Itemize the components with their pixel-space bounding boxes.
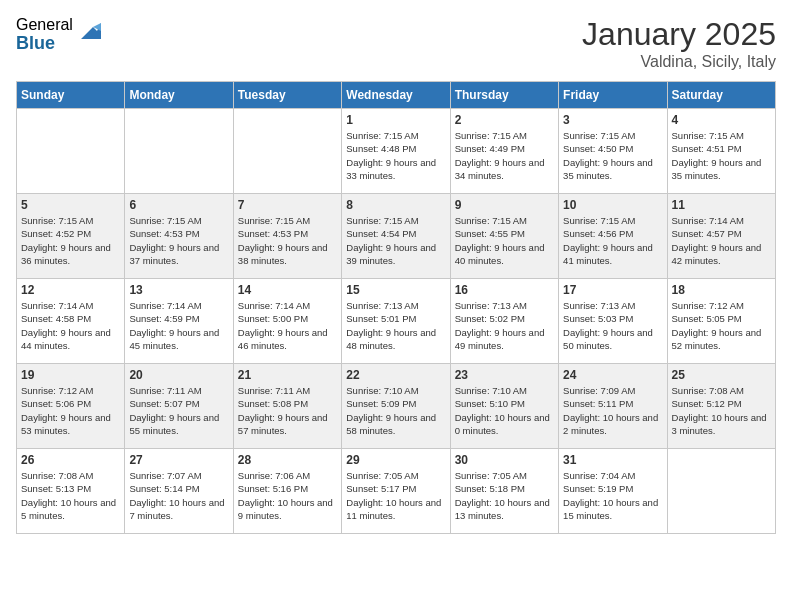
calendar-cell: 10Sunrise: 7:15 AMSunset: 4:56 PMDayligh… — [559, 194, 667, 279]
day-number: 20 — [129, 368, 228, 382]
day-number: 11 — [672, 198, 771, 212]
calendar-cell — [125, 109, 233, 194]
day-number: 10 — [563, 198, 662, 212]
cell-info: Sunrise: 7:10 AMSunset: 5:10 PMDaylight:… — [455, 384, 554, 437]
cell-info: Sunrise: 7:09 AMSunset: 5:11 PMDaylight:… — [563, 384, 662, 437]
title-block: January 2025 Valdina, Sicily, Italy — [582, 16, 776, 71]
calendar-cell: 4Sunrise: 7:15 AMSunset: 4:51 PMDaylight… — [667, 109, 775, 194]
calendar-week-0: 1Sunrise: 7:15 AMSunset: 4:48 PMDaylight… — [17, 109, 776, 194]
calendar-cell: 21Sunrise: 7:11 AMSunset: 5:08 PMDayligh… — [233, 364, 341, 449]
calendar-cell: 19Sunrise: 7:12 AMSunset: 5:06 PMDayligh… — [17, 364, 125, 449]
calendar-week-4: 26Sunrise: 7:08 AMSunset: 5:13 PMDayligh… — [17, 449, 776, 534]
cell-info: Sunrise: 7:08 AMSunset: 5:12 PMDaylight:… — [672, 384, 771, 437]
calendar-cell: 12Sunrise: 7:14 AMSunset: 4:58 PMDayligh… — [17, 279, 125, 364]
weekday-friday: Friday — [559, 82, 667, 109]
cell-info: Sunrise: 7:11 AMSunset: 5:08 PMDaylight:… — [238, 384, 337, 437]
calendar-cell: 14Sunrise: 7:14 AMSunset: 5:00 PMDayligh… — [233, 279, 341, 364]
cell-info: Sunrise: 7:06 AMSunset: 5:16 PMDaylight:… — [238, 469, 337, 522]
day-number: 8 — [346, 198, 445, 212]
calendar-cell: 16Sunrise: 7:13 AMSunset: 5:02 PMDayligh… — [450, 279, 558, 364]
calendar-week-3: 19Sunrise: 7:12 AMSunset: 5:06 PMDayligh… — [17, 364, 776, 449]
day-number: 25 — [672, 368, 771, 382]
calendar-cell: 26Sunrise: 7:08 AMSunset: 5:13 PMDayligh… — [17, 449, 125, 534]
cell-info: Sunrise: 7:14 AMSunset: 5:00 PMDaylight:… — [238, 299, 337, 352]
calendar-cell: 11Sunrise: 7:14 AMSunset: 4:57 PMDayligh… — [667, 194, 775, 279]
calendar-cell: 25Sunrise: 7:08 AMSunset: 5:12 PMDayligh… — [667, 364, 775, 449]
cell-info: Sunrise: 7:12 AMSunset: 5:06 PMDaylight:… — [21, 384, 120, 437]
day-number: 22 — [346, 368, 445, 382]
weekday-wednesday: Wednesday — [342, 82, 450, 109]
day-number: 3 — [563, 113, 662, 127]
calendar-week-1: 5Sunrise: 7:15 AMSunset: 4:52 PMDaylight… — [17, 194, 776, 279]
cell-info: Sunrise: 7:10 AMSunset: 5:09 PMDaylight:… — [346, 384, 445, 437]
day-number: 1 — [346, 113, 445, 127]
day-number: 24 — [563, 368, 662, 382]
calendar-cell: 18Sunrise: 7:12 AMSunset: 5:05 PMDayligh… — [667, 279, 775, 364]
cell-info: Sunrise: 7:15 AMSunset: 4:56 PMDaylight:… — [563, 214, 662, 267]
day-number: 27 — [129, 453, 228, 467]
cell-info: Sunrise: 7:05 AMSunset: 5:17 PMDaylight:… — [346, 469, 445, 522]
cell-info: Sunrise: 7:08 AMSunset: 5:13 PMDaylight:… — [21, 469, 120, 522]
cell-info: Sunrise: 7:12 AMSunset: 5:05 PMDaylight:… — [672, 299, 771, 352]
calendar-cell: 20Sunrise: 7:11 AMSunset: 5:07 PMDayligh… — [125, 364, 233, 449]
calendar-cell: 30Sunrise: 7:05 AMSunset: 5:18 PMDayligh… — [450, 449, 558, 534]
day-number: 30 — [455, 453, 554, 467]
location-title: Valdina, Sicily, Italy — [582, 53, 776, 71]
day-number: 23 — [455, 368, 554, 382]
calendar-body: 1Sunrise: 7:15 AMSunset: 4:48 PMDaylight… — [17, 109, 776, 534]
cell-info: Sunrise: 7:14 AMSunset: 4:59 PMDaylight:… — [129, 299, 228, 352]
weekday-tuesday: Tuesday — [233, 82, 341, 109]
day-number: 19 — [21, 368, 120, 382]
logo: General Blue — [16, 16, 101, 53]
cell-info: Sunrise: 7:15 AMSunset: 4:52 PMDaylight:… — [21, 214, 120, 267]
cell-info: Sunrise: 7:15 AMSunset: 4:53 PMDaylight:… — [238, 214, 337, 267]
logo-general: General — [16, 16, 73, 34]
cell-info: Sunrise: 7:14 AMSunset: 4:57 PMDaylight:… — [672, 214, 771, 267]
calendar-cell — [17, 109, 125, 194]
cell-info: Sunrise: 7:15 AMSunset: 4:51 PMDaylight:… — [672, 129, 771, 182]
calendar-cell: 27Sunrise: 7:07 AMSunset: 5:14 PMDayligh… — [125, 449, 233, 534]
day-number: 21 — [238, 368, 337, 382]
cell-info: Sunrise: 7:15 AMSunset: 4:54 PMDaylight:… — [346, 214, 445, 267]
calendar-week-2: 12Sunrise: 7:14 AMSunset: 4:58 PMDayligh… — [17, 279, 776, 364]
cell-info: Sunrise: 7:04 AMSunset: 5:19 PMDaylight:… — [563, 469, 662, 522]
calendar-cell: 5Sunrise: 7:15 AMSunset: 4:52 PMDaylight… — [17, 194, 125, 279]
calendar-cell: 13Sunrise: 7:14 AMSunset: 4:59 PMDayligh… — [125, 279, 233, 364]
day-number: 12 — [21, 283, 120, 297]
day-number: 13 — [129, 283, 228, 297]
day-number: 2 — [455, 113, 554, 127]
calendar-cell: 31Sunrise: 7:04 AMSunset: 5:19 PMDayligh… — [559, 449, 667, 534]
day-number: 7 — [238, 198, 337, 212]
day-number: 26 — [21, 453, 120, 467]
month-title: January 2025 — [582, 16, 776, 53]
calendar-cell: 7Sunrise: 7:15 AMSunset: 4:53 PMDaylight… — [233, 194, 341, 279]
calendar-table: SundayMondayTuesdayWednesdayThursdayFrid… — [16, 81, 776, 534]
day-number: 29 — [346, 453, 445, 467]
day-number: 17 — [563, 283, 662, 297]
day-number: 28 — [238, 453, 337, 467]
weekday-saturday: Saturday — [667, 82, 775, 109]
calendar-cell: 6Sunrise: 7:15 AMSunset: 4:53 PMDaylight… — [125, 194, 233, 279]
cell-info: Sunrise: 7:15 AMSunset: 4:53 PMDaylight:… — [129, 214, 228, 267]
day-number: 9 — [455, 198, 554, 212]
weekday-sunday: Sunday — [17, 82, 125, 109]
cell-info: Sunrise: 7:14 AMSunset: 4:58 PMDaylight:… — [21, 299, 120, 352]
calendar-cell: 9Sunrise: 7:15 AMSunset: 4:55 PMDaylight… — [450, 194, 558, 279]
day-number: 16 — [455, 283, 554, 297]
cell-info: Sunrise: 7:15 AMSunset: 4:55 PMDaylight:… — [455, 214, 554, 267]
cell-info: Sunrise: 7:15 AMSunset: 4:50 PMDaylight:… — [563, 129, 662, 182]
calendar-cell: 24Sunrise: 7:09 AMSunset: 5:11 PMDayligh… — [559, 364, 667, 449]
day-number: 14 — [238, 283, 337, 297]
cell-info: Sunrise: 7:05 AMSunset: 5:18 PMDaylight:… — [455, 469, 554, 522]
logo-blue: Blue — [16, 34, 73, 54]
page-header: General Blue January 2025 Valdina, Sicil… — [16, 16, 776, 71]
cell-info: Sunrise: 7:15 AMSunset: 4:49 PMDaylight:… — [455, 129, 554, 182]
calendar-cell: 1Sunrise: 7:15 AMSunset: 4:48 PMDaylight… — [342, 109, 450, 194]
calendar-cell: 8Sunrise: 7:15 AMSunset: 4:54 PMDaylight… — [342, 194, 450, 279]
day-number: 4 — [672, 113, 771, 127]
cell-info: Sunrise: 7:13 AMSunset: 5:03 PMDaylight:… — [563, 299, 662, 352]
calendar-cell: 15Sunrise: 7:13 AMSunset: 5:01 PMDayligh… — [342, 279, 450, 364]
day-number: 6 — [129, 198, 228, 212]
day-number: 18 — [672, 283, 771, 297]
calendar-cell: 3Sunrise: 7:15 AMSunset: 4:50 PMDaylight… — [559, 109, 667, 194]
